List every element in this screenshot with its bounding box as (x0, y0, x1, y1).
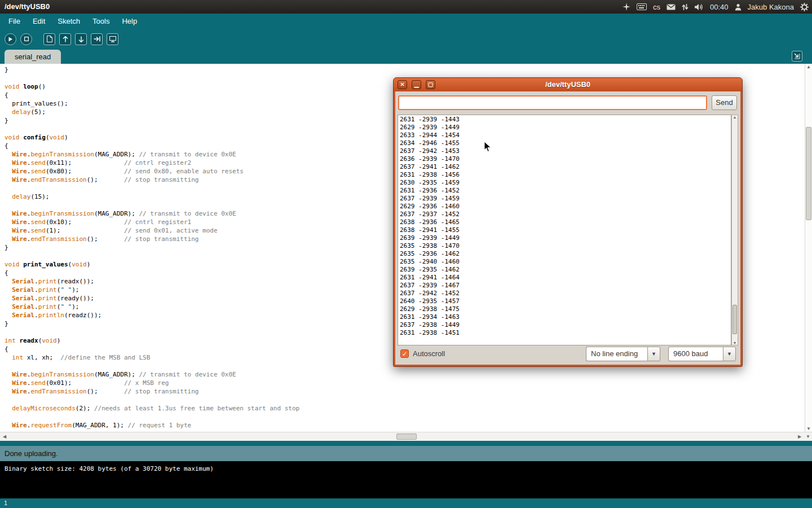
editor-horizontal-scrollbar[interactable]: ◀ ▶ ▼ (0, 432, 812, 441)
code-line: void loop() (5, 82, 299, 91)
serial-monitor-title: /dev/ttyUSB0 (394, 78, 742, 91)
serial-monitor-window: ✕ ▁ ▢ /dev/ttyUSB0 Send 2631 -2939 -1443… (393, 77, 743, 367)
serial-monitor-button[interactable] (107, 33, 118, 45)
status-separator (0, 441, 812, 446)
serial-output-line: 2637 -2937 -1452 (400, 211, 729, 218)
tab-bar: serial_read (0, 49, 812, 64)
window-controls: ✕ ▁ ▢ (398, 80, 435, 89)
editor-horizontal-scrollbar-thumb[interactable] (396, 433, 417, 440)
serial-output-line: 2631 -2936 -1452 (400, 187, 729, 195)
code-line: Serial.print(ready()); (5, 294, 299, 303)
serial-monitor-body: Send 2631 -2939 -14432629 -2939 -1449263… (395, 91, 740, 365)
code-line: Wire.requestFrom(MAG_ADDR, 1); // reques… (5, 421, 299, 430)
serial-output-line: 2636 -2939 -1470 (400, 155, 729, 163)
serial-output-line: 2633 -2944 -1454 (400, 132, 729, 139)
upload-button[interactable] (91, 33, 103, 45)
volume-icon[interactable] (695, 3, 704, 11)
session-gear-icon[interactable] (800, 3, 809, 11)
keyboard-icon[interactable] (637, 3, 647, 10)
code-line (5, 362, 299, 370)
baud-rate-dropdown[interactable]: 9600 baud ▼ (668, 347, 736, 361)
code-line (5, 74, 299, 82)
scroll-down-arrow-icon[interactable]: ▼ (805, 426, 812, 431)
line-ending-value[interactable]: No line ending (586, 347, 647, 361)
menu-help[interactable]: Help (116, 14, 143, 29)
scroll-corner-arrow-icon[interactable]: ▼ (805, 434, 811, 439)
stop-button[interactable] (20, 33, 32, 45)
serial-output-line: 2629 -2938 -1475 (400, 305, 729, 313)
verify-button[interactable] (5, 33, 16, 45)
chevron-down-icon[interactable]: ▼ (647, 347, 660, 361)
code-line: } (5, 116, 299, 125)
menu-file[interactable]: File (2, 14, 27, 29)
panel-window-title: /dev/ttyUSB0 (5, 0, 50, 14)
serial-output-line: 2629 -2939 -1449 (400, 124, 729, 132)
serial-output-line: 2639 -2939 -1449 (400, 234, 729, 242)
close-icon[interactable]: ✕ (398, 80, 407, 89)
serial-monitor-footer: ✓ Autoscroll No line ending ▼ 9600 baud … (398, 346, 738, 362)
serial-output-line: 2637 -2938 -1449 (400, 321, 729, 329)
serial-output-line: 2631 -2938 -1451 (400, 329, 729, 337)
menu-sketch[interactable]: Sketch (51, 14, 86, 29)
user-icon[interactable] (735, 3, 742, 11)
serial-send-input[interactable] (398, 95, 707, 110)
code-line: Wire.send(1); // send 0x01, active mode (5, 226, 299, 235)
code-line: void config(void) (5, 133, 299, 142)
indicator-sparkle-icon[interactable] (623, 3, 630, 11)
scroll-right-arrow-icon[interactable]: ▶ (796, 434, 803, 439)
tab-serial-read[interactable]: serial_read (5, 50, 61, 64)
maximize-icon[interactable]: ▢ (426, 80, 435, 89)
status-message: Done uploading. (5, 449, 58, 458)
autoscroll-checkbox[interactable]: ✓ (400, 349, 409, 358)
code-line: Wire.endTransmission(); // stop transmit… (5, 176, 299, 184)
send-button[interactable]: Send (712, 95, 737, 110)
serial-output-scrollbar[interactable]: ▲ ▼ (731, 115, 738, 345)
save-sketch-button[interactable] (75, 33, 87, 45)
serial-output-line: 2637 -2939 -1467 (400, 282, 729, 290)
code-line: Wire.send(0x80); // send 0x80, enable au… (5, 167, 299, 176)
serial-output-line: 2637 -2941 -1462 (400, 163, 729, 171)
new-sketch-button[interactable] (43, 33, 55, 45)
menu-tools[interactable]: Tools (86, 14, 116, 29)
code-line (5, 201, 299, 209)
clock-label[interactable]: 00:40 (710, 3, 729, 11)
serial-output-scrollbar-thumb[interactable] (732, 305, 737, 334)
serial-scroll-down-icon[interactable]: ▼ (732, 341, 738, 345)
code-line: delay(15); (5, 192, 299, 201)
code-line: Wire.beginTransmission(MAG_ADDR); // tra… (5, 370, 299, 379)
serial-scroll-up-icon[interactable]: ▲ (732, 115, 738, 119)
serial-output-line: 2637 -2942 -1452 (400, 290, 729, 297)
serial-output-area[interactable]: 2631 -2939 -14432629 -2939 -14492633 -29… (398, 115, 731, 345)
chevron-down-icon[interactable]: ▼ (723, 347, 736, 361)
serial-output-line: 2638 -2936 -1465 (400, 218, 729, 226)
autoscroll-label[interactable]: Autoscroll (413, 349, 445, 358)
tab-menu-button[interactable] (792, 51, 802, 62)
serial-output-line: 2631 -2934 -1463 (400, 313, 729, 321)
user-name-label[interactable]: Jakub Kakona (748, 3, 794, 11)
code-line: { (5, 345, 299, 353)
line-ending-dropdown[interactable]: No line ending ▼ (586, 347, 660, 361)
editor-vertical-scrollbar-thumb[interactable] (806, 127, 811, 220)
code-line: } (5, 319, 299, 328)
code-line: int xl, xh; //define the MSB and LSB (5, 353, 299, 362)
baud-rate-value[interactable]: 9600 baud (668, 347, 723, 361)
sync-arrows-icon[interactable] (682, 3, 689, 11)
code-line (5, 184, 299, 192)
scroll-up-arrow-icon[interactable]: ▲ (805, 64, 812, 69)
code-line: { (5, 269, 299, 277)
editor-vertical-scrollbar[interactable]: ▲ ▼ (805, 64, 812, 432)
code-area: } void loop(){ print_values(); delay(5);… (5, 65, 299, 430)
serial-output-line: 2637 -2939 -1459 (400, 195, 729, 203)
serial-monitor-titlebar[interactable]: ✕ ▁ ▢ /dev/ttyUSB0 (394, 78, 742, 91)
minimize-icon[interactable]: ▁ (412, 80, 421, 89)
keyboard-layout-label[interactable]: cs (653, 3, 660, 11)
scroll-left-arrow-icon[interactable]: ◀ (1, 434, 8, 439)
code-line (5, 413, 299, 421)
code-line: Wire.beginTransmission(MAG_ADDR); // tra… (5, 150, 299, 159)
code-line: print_values(); (5, 99, 299, 108)
mail-icon[interactable] (667, 4, 676, 10)
open-sketch-button[interactable] (59, 33, 71, 45)
toolbar (5, 30, 118, 47)
desktop-panel: /dev/ttyUSB0 cs 00:40 Jakub Kakona (0, 0, 812, 14)
menu-edit[interactable]: Edit (27, 14, 51, 29)
